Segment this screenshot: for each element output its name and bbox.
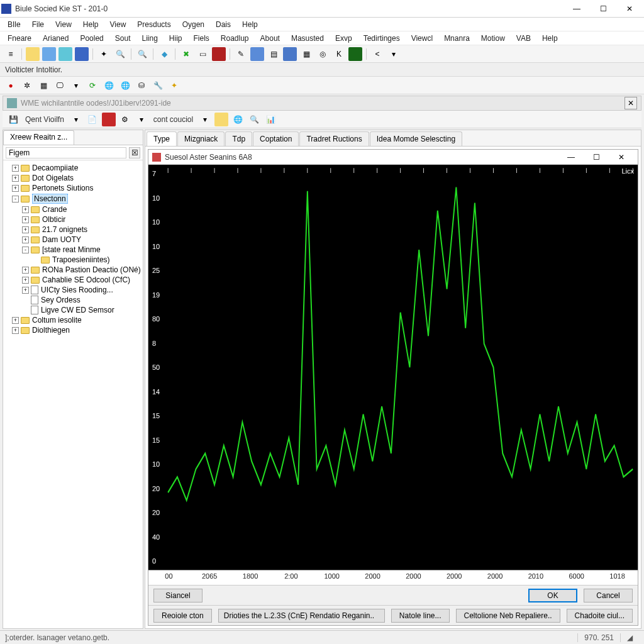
document-close-button[interactable]: ✕ xyxy=(625,97,637,109)
tree-node[interactable]: Sey Ordess xyxy=(4,295,142,305)
chadoite-button[interactable]: Chadoite ciul... xyxy=(567,609,633,623)
tree-node[interactable]: -[state reat Minme xyxy=(4,245,142,255)
menu2-vab[interactable]: VAB xyxy=(511,33,536,44)
celtolione-button[interactable]: Celtolione Neb Repaliere.. xyxy=(456,609,560,623)
st-zoom-icon[interactable]: 🔍 xyxy=(247,113,261,126)
tb-doc-cyan-icon[interactable] xyxy=(58,47,72,61)
tab-tradret[interactable]: Tradret Ructions xyxy=(299,131,369,146)
menu2-mnanra[interactable]: Mnanra xyxy=(439,33,475,44)
tree-node[interactable]: +21.7 onignets xyxy=(4,225,142,235)
menu2-exvp[interactable]: Exvp xyxy=(330,33,357,44)
st-globe-icon[interactable]: 🌐 xyxy=(231,113,245,126)
tree-node[interactable]: +Cahablie SE Odcool (CfC) xyxy=(4,275,142,285)
tree-expander-icon[interactable]: + xyxy=(22,277,29,284)
tab-type[interactable]: Type xyxy=(147,131,177,146)
chart-plot-area[interactable]: Licx 7101010251980850141515102020400 xyxy=(148,165,638,570)
tb-minus-icon[interactable]: ▭ xyxy=(196,47,209,61)
tree-expander-icon[interactable]: + xyxy=(22,206,29,213)
tree-filter-clear-icon[interactable]: ☒ xyxy=(129,147,140,158)
tree-node[interactable]: +Olbticir xyxy=(4,214,142,225)
tree-expander-icon[interactable]: + xyxy=(22,216,29,223)
tb-doc-yellow-icon[interactable] xyxy=(26,47,40,61)
tb2-wand3-icon[interactable]: ✦ xyxy=(167,79,181,92)
menu2-arianed[interactable]: Arianed xyxy=(38,33,74,44)
tb2-stop-icon[interactable]: ● xyxy=(4,79,18,92)
tb2-wrench-icon[interactable]: 🔧 xyxy=(151,79,165,92)
natole-button[interactable]: Natole line... xyxy=(391,609,450,623)
project-tree[interactable]: +Decaompiiate+Dot Oigelats+Pertonets Siu… xyxy=(3,160,143,628)
menu2-about[interactable]: About xyxy=(255,33,285,44)
tb-target-icon[interactable]: ◎ xyxy=(316,47,330,61)
tree-node[interactable]: +Diolthiegen xyxy=(4,325,142,335)
menu2-masusted[interactable]: Masusted xyxy=(286,33,329,44)
tab-miagniack[interactable]: Mizgniack xyxy=(177,131,225,146)
tb2-screen-icon[interactable]: 🖵 xyxy=(53,79,67,92)
tree-node[interactable]: Ligve CW ED Semsor xyxy=(4,305,142,315)
menu-dais[interactable]: Dais xyxy=(211,19,236,30)
menu2-pooled[interactable]: Pooled xyxy=(75,33,108,44)
st-red-icon[interactable] xyxy=(102,113,116,126)
tree-expander-icon[interactable]: + xyxy=(12,165,19,172)
tree-node[interactable]: +UICty Sies Rooding... xyxy=(4,285,142,295)
menu-presducts[interactable]: Presducts xyxy=(132,19,175,30)
menu2-sout[interactable]: Sout xyxy=(110,33,136,44)
status-resize-grip[interactable]: ◢ xyxy=(620,633,639,642)
menu-help2[interactable]: Help xyxy=(237,19,263,30)
tree-node[interactable]: +Pertonets Siutions xyxy=(4,183,142,193)
tb2-refresh-icon[interactable]: ⟳ xyxy=(86,79,99,92)
tree-expander-icon[interactable]: + xyxy=(12,175,19,182)
ok-button[interactable]: OK xyxy=(528,589,577,602)
st-folder-icon[interactable] xyxy=(214,113,228,126)
chart-close-button[interactable]: ✕ xyxy=(609,150,634,164)
tb-wand-icon[interactable]: ✦ xyxy=(97,47,111,61)
tb2-dd-icon[interactable]: ▾ xyxy=(69,79,83,92)
tab-tdp[interactable]: Tdp xyxy=(225,131,252,146)
close-button[interactable]: ✕ xyxy=(616,0,643,18)
st-chart-icon[interactable]: 📊 xyxy=(264,113,277,126)
tree-expander-icon[interactable]: - xyxy=(12,196,19,203)
chart-minimize-button[interactable]: — xyxy=(558,150,584,164)
tree-node[interactable]: -Nsectonn xyxy=(4,193,142,204)
tb-table-icon[interactable]: ▦ xyxy=(299,47,313,61)
tree-expander-icon[interactable]: + xyxy=(22,287,29,294)
menu2-liing[interactable]: Liing xyxy=(136,33,162,44)
menu2-motiow[interactable]: Motiow xyxy=(476,33,510,44)
cancel-button[interactable]: Cancel xyxy=(584,589,633,602)
tab-idea[interactable]: Idea Momde Selescting xyxy=(370,131,462,146)
menu2-roadlup[interactable]: Roadlup xyxy=(216,33,254,44)
menu2-fneare[interactable]: Fneare xyxy=(3,33,36,44)
tb2-globe-icon[interactable]: 🌐 xyxy=(102,79,116,92)
tb-zoom2-icon[interactable]: 🔍 xyxy=(135,47,149,61)
st-dd3-icon[interactable]: ▾ xyxy=(198,113,212,126)
tree-expander-icon[interactable]: + xyxy=(12,327,19,334)
tb-k-icon[interactable]: K xyxy=(332,47,346,61)
tree-expander-icon[interactable]: + xyxy=(12,185,19,192)
tree-expander-icon[interactable]: + xyxy=(12,317,19,324)
tb2-grid-icon[interactable]: ▦ xyxy=(36,79,50,92)
tb-back-icon[interactable]: < xyxy=(370,47,384,61)
tree-node[interactable]: Trapoesieniintes) xyxy=(4,255,142,265)
menu-help[interactable]: Help xyxy=(78,19,104,30)
tb-menu-icon[interactable]: ≡ xyxy=(4,47,18,61)
menu2-help[interactable]: Help xyxy=(537,33,563,44)
menu-bile[interactable]: BIle xyxy=(3,19,26,30)
left-tab[interactable]: Xreew Reaitn z... xyxy=(3,130,74,145)
st-save-icon[interactable]: 💾 xyxy=(6,113,20,126)
minimize-button[interactable]: — xyxy=(564,0,590,18)
tb-grid-icon[interactable]: ▤ xyxy=(267,47,280,61)
menu2-fiels[interactable]: Fiels xyxy=(189,33,214,44)
st-cfg-icon[interactable]: ⚙ xyxy=(118,113,132,126)
menu-file[interactable]: File xyxy=(27,19,49,30)
tb-box-red-icon[interactable] xyxy=(212,47,226,61)
st-dd2-icon[interactable]: ▾ xyxy=(135,113,148,126)
tree-expander-icon[interactable]: + xyxy=(22,267,29,274)
tree-node[interactable]: +Coltum iesolite xyxy=(4,315,142,325)
maximize-button[interactable]: ☐ xyxy=(590,0,616,18)
reoiole-button[interactable]: Reoiole cton xyxy=(153,609,212,623)
menu2-tedirtinges[interactable]: Tedirtinges xyxy=(358,33,405,44)
tb-dropdown-icon[interactable]: ▾ xyxy=(387,47,401,61)
tree-expander-icon[interactable]: + xyxy=(22,236,29,243)
chart-maximize-button[interactable]: ☐ xyxy=(584,150,609,164)
st-doc-icon[interactable]: 📄 xyxy=(86,113,99,126)
tb-app-blue-icon[interactable] xyxy=(75,47,89,61)
